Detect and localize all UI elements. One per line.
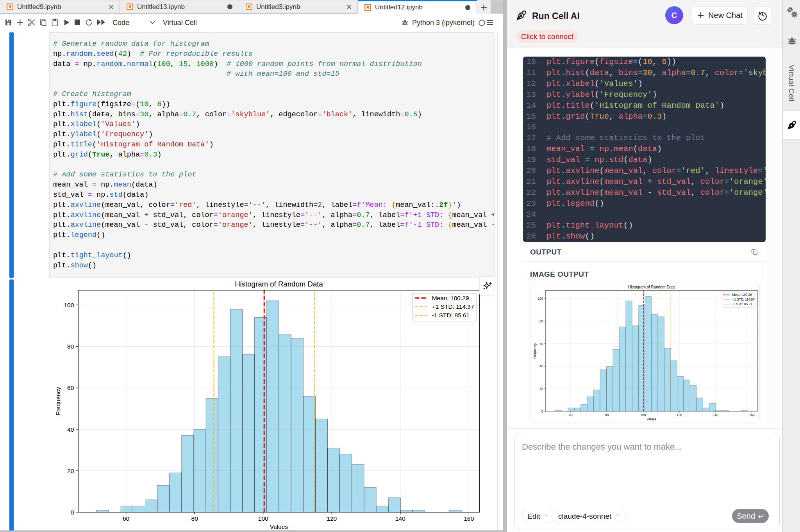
svg-text:120: 120 [327,515,337,522]
svg-text:+1 STD: 114.97: +1 STD: 114.97 [732,297,755,301]
svg-text:Histogram of Random Data: Histogram of Random Data [628,285,675,289]
svg-text:60: 60 [67,384,74,391]
svg-text:-1 STD: 85.61: -1 STD: 85.61 [732,302,752,306]
svg-text:40: 40 [67,426,74,433]
svg-text:20: 20 [539,387,543,391]
svg-text:Mean: 100.29: Mean: 100.29 [732,293,752,297]
svg-text:160: 160 [749,413,755,417]
svg-text:80: 80 [67,343,74,350]
svg-text:80: 80 [605,413,609,417]
svg-text:Mean: 100.29: Mean: 100.29 [432,295,469,301]
svg-text:20: 20 [67,468,74,474]
svg-text:-1 STD: 85.61: -1 STD: 85.61 [432,312,470,318]
svg-text:60: 60 [539,342,543,346]
svg-text:140: 140 [395,515,405,522]
svg-text:0: 0 [541,409,543,413]
svg-text:Histogram of Random Data: Histogram of Random Data [235,280,323,288]
svg-text:100: 100 [538,297,543,301]
svg-text:100: 100 [641,413,646,417]
svg-text:140: 140 [713,413,718,417]
svg-text:60: 60 [123,515,130,522]
svg-text:160: 160 [464,515,474,522]
svg-text:Values: Values [270,523,288,530]
svg-text:100: 100 [258,515,268,522]
svg-text:80: 80 [539,319,543,323]
svg-text:Values: Values [646,417,656,421]
svg-text:80: 80 [191,515,198,522]
svg-text:100: 100 [64,302,74,308]
svg-text:Frequency: Frequency [55,387,61,416]
svg-text:0: 0 [71,509,74,516]
svg-text:40: 40 [539,364,543,368]
svg-text:120: 120 [677,413,682,417]
svg-text:Frequency: Frequency [533,343,537,359]
svg-text:+1 STD: 114.97: +1 STD: 114.97 [432,303,474,310]
svg-text:60: 60 [569,413,572,417]
